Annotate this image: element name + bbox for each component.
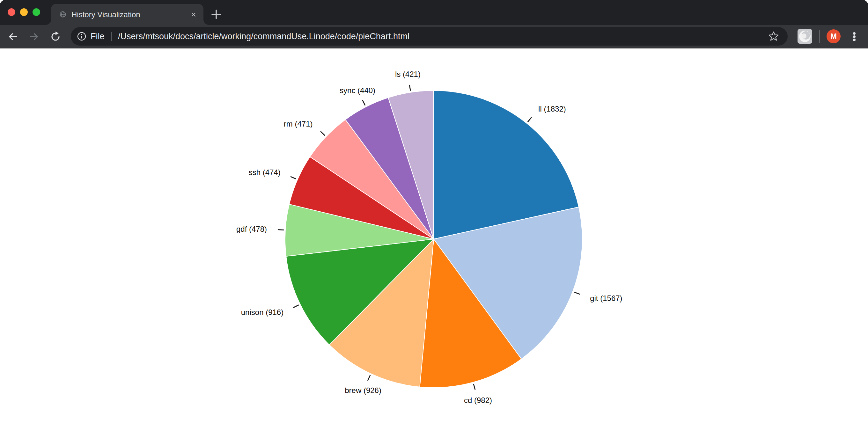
url-text: /Users/mtsouk/docs/article/working/comma… — [118, 32, 409, 41]
label-tick-rm — [320, 131, 325, 135]
window-close-button[interactable] — [8, 8, 15, 16]
slice-label-ls: ls (421) — [395, 70, 421, 78]
omnibox-separator — [111, 32, 112, 41]
address-bar[interactable]: File /Users/mtsouk/docs/article/working/… — [71, 27, 788, 45]
label-tick-git — [574, 292, 580, 294]
page-content: ll (1832)git (1567)cd (982)brew (926)uni… — [0, 48, 868, 430]
window-zoom-button[interactable] — [33, 8, 40, 16]
slice-label-git: git (1567) — [590, 294, 622, 302]
tab-history-visualization[interactable]: History Visualization — [51, 4, 204, 25]
toolbar-separator — [819, 30, 820, 43]
slice-label-ssh: ssh (474) — [249, 168, 281, 176]
browser-window: History Visualization — [0, 0, 868, 430]
profile-avatar[interactable]: M — [827, 29, 841, 43]
label-tick-sync — [363, 100, 366, 105]
browser-menu-kebab-icon[interactable] — [848, 31, 860, 42]
label-tick-ls — [409, 85, 410, 91]
back-button[interactable] — [7, 31, 19, 42]
browser-toolbar: File /Users/mtsouk/docs/article/working/… — [0, 25, 868, 48]
url-scheme-label: File — [91, 32, 104, 41]
new-tab-button[interactable] — [209, 7, 223, 21]
bookmark-star-icon[interactable] — [768, 31, 779, 43]
label-tick-brew — [368, 375, 370, 381]
slice-label-gdf: gdf (478) — [236, 225, 267, 233]
tab-strip: History Visualization — [0, 0, 868, 25]
page-info-icon[interactable] — [76, 31, 87, 43]
slice-label-brew: brew (926) — [345, 386, 381, 395]
extension-icon[interactable] — [798, 29, 812, 44]
label-tick-ll — [528, 117, 532, 122]
slice-label-sync: sync (440) — [340, 86, 375, 95]
tab-close-icon[interactable] — [190, 11, 197, 18]
label-tick-unison — [293, 305, 299, 307]
globe-favicon-icon — [59, 10, 67, 20]
reload-button[interactable] — [50, 31, 61, 42]
slice-label-rm: rm (471) — [284, 120, 313, 128]
slice-label-cd: cd (982) — [464, 396, 492, 404]
slice-label-ll: ll (1832) — [538, 104, 566, 113]
label-tick-gdf — [278, 230, 284, 230]
label-tick-cd — [473, 384, 475, 390]
slice-label-unison: unison (916) — [241, 308, 283, 317]
tab-title: History Visualization — [71, 10, 177, 19]
window-minimize-button[interactable] — [20, 8, 28, 16]
pie-chart: ll (1832)git (1567)cd (982)brew (926)uni… — [0, 48, 868, 430]
forward-button[interactable] — [28, 31, 40, 42]
label-tick-ssh — [290, 176, 296, 179]
